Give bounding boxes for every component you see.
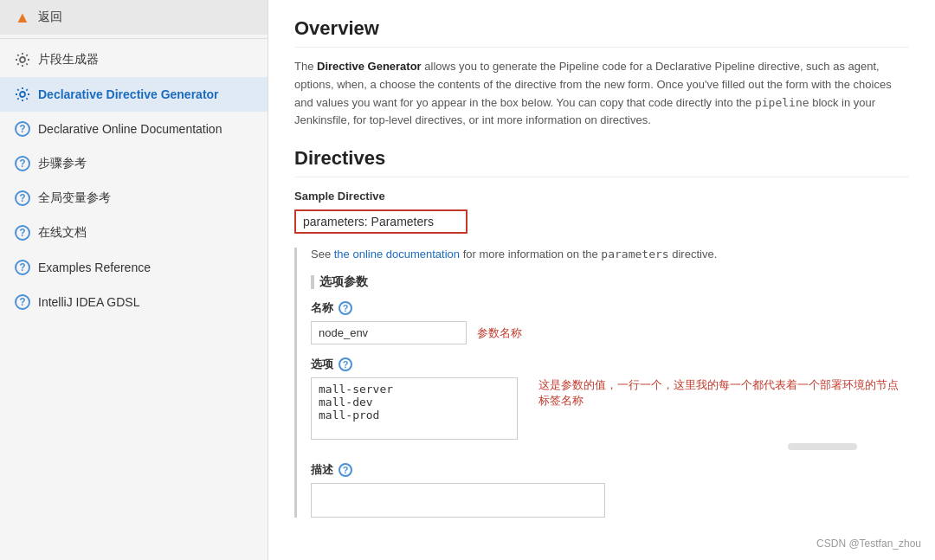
options-field-label: 选项 ? [311, 357, 909, 372]
section-icon-bar [311, 275, 314, 289]
desc-field-label: 描述 ? [311, 462, 909, 478]
question-icon-examples-ref: ? [14, 259, 31, 276]
scrollbar-indicator [788, 443, 857, 450]
sidebar-item-snippet-gen[interactable]: 片段生成器 [0, 42, 268, 77]
options-field-row: mall-server mall-dev mall-prod 这是参数的值，一行… [311, 377, 909, 440]
section-header-optional-params: 选项参数 [311, 274, 909, 290]
svg-point-1 [20, 92, 25, 97]
sidebar-item-step-ref[interactable]: ? 步骤参考 [0, 146, 268, 181]
overview-text-bold: Directive Generator [317, 60, 422, 73]
options-textarea[interactable]: mall-server mall-dev mall-prod [311, 377, 518, 440]
overview-text: The Directive Generator allows you to ge… [294, 58, 909, 130]
sidebar-item-global-var-ref-label: 全局变量参考 [38, 190, 111, 206]
sidebar-item-step-ref-label: 步骤参考 [38, 156, 87, 171]
sidebar: ▲ 返回 片段生成器 Declarative Directive Generat… [0, 0, 268, 560]
directives-title: Directives [294, 147, 909, 177]
sidebar-item-examples-ref[interactable]: ? Examples Reference [0, 250, 268, 285]
options-hint: 这是参数的值，一行一个，这里我的每一个都代表着一个部署环境的节点标签名称 [538, 377, 909, 409]
field-group-desc: 描述 ? [311, 462, 909, 518]
question-icon-global-var: ? [14, 190, 31, 207]
sidebar-item-declarative-online-doc-label: Declarative Online Documentation [38, 122, 222, 136]
name-input[interactable] [311, 321, 467, 344]
sidebar-item-declarative-online-doc[interactable]: ? Declarative Online Documentation [0, 112, 268, 146]
name-field-label: 名称 ? [311, 300, 909, 316]
sidebar-item-back-label: 返回 [38, 10, 62, 25]
info-text: See the online documentation for more in… [311, 248, 909, 261]
desc-help-icon[interactable]: ? [339, 463, 352, 477]
sidebar-item-global-var-ref[interactable]: ? 全局变量参考 [0, 181, 268, 216]
svg-point-0 [20, 57, 25, 62]
name-field-row: 参数名称 [311, 321, 909, 344]
directive-selector-box[interactable]: parameters: Parameters [294, 209, 468, 234]
name-help-icon[interactable]: ? [339, 301, 352, 315]
sidebar-item-back[interactable]: ▲ 返回 [0, 0, 268, 35]
parameters-code: parameters [601, 248, 668, 261]
sidebar-item-examples-ref-label: Examples Reference [38, 261, 151, 274]
name-label-text: 名称 [311, 300, 333, 316]
sidebar-divider [0, 38, 268, 39]
sidebar-item-online-doc-label: 在线文档 [38, 225, 87, 241]
online-documentation-link[interactable]: the online documentation [334, 248, 460, 261]
name-hint: 参数名称 [477, 325, 522, 341]
sidebar-item-snippet-gen-label: 片段生成器 [38, 52, 99, 68]
watermark: CSDN @Testfan_zhou [816, 537, 921, 550]
sidebar-item-declarative-directive-gen-label: Declarative Directive Generator [38, 87, 219, 101]
gear-icon-declarative [14, 86, 31, 103]
main-content: Overview The Directive Generator allows … [268, 0, 935, 560]
question-icon-online-doc2: ? [14, 224, 31, 241]
info-section: See the online documentation for more in… [294, 248, 909, 518]
pipeline-code: pipeline [755, 96, 809, 109]
directive-value: parameters: Parameters [303, 215, 434, 229]
question-icon-step-ref: ? [14, 155, 31, 172]
gear-icon-snippet [14, 51, 31, 68]
options-help-icon[interactable]: ? [339, 357, 352, 371]
desc-textarea[interactable] [311, 483, 605, 518]
back-arrow-icon: ▲ [14, 9, 31, 26]
overview-title: Overview [294, 17, 909, 48]
sidebar-item-intellij-gdsl-label: IntelliJ IDEA GDSL [38, 295, 140, 309]
options-label-text: 选项 [311, 357, 333, 372]
field-group-name: 名称 ? 参数名称 [311, 300, 909, 344]
field-group-options: 选项 ? mall-server mall-dev mall-prod 这是参数… [311, 357, 909, 450]
sample-directive-label: Sample Directive [294, 190, 909, 203]
question-icon-online-doc: ? [14, 120, 31, 138]
sidebar-item-declarative-directive-gen[interactable]: Declarative Directive Generator [0, 77, 268, 112]
sidebar-item-intellij-gdsl[interactable]: ? IntelliJ IDEA GDSL [0, 285, 268, 319]
optional-params-label: 选项参数 [319, 274, 368, 290]
question-icon-intellij-gdsl: ? [14, 293, 31, 311]
sidebar-item-online-doc[interactable]: ? 在线文档 [0, 216, 268, 250]
desc-label-text: 描述 [311, 462, 333, 478]
